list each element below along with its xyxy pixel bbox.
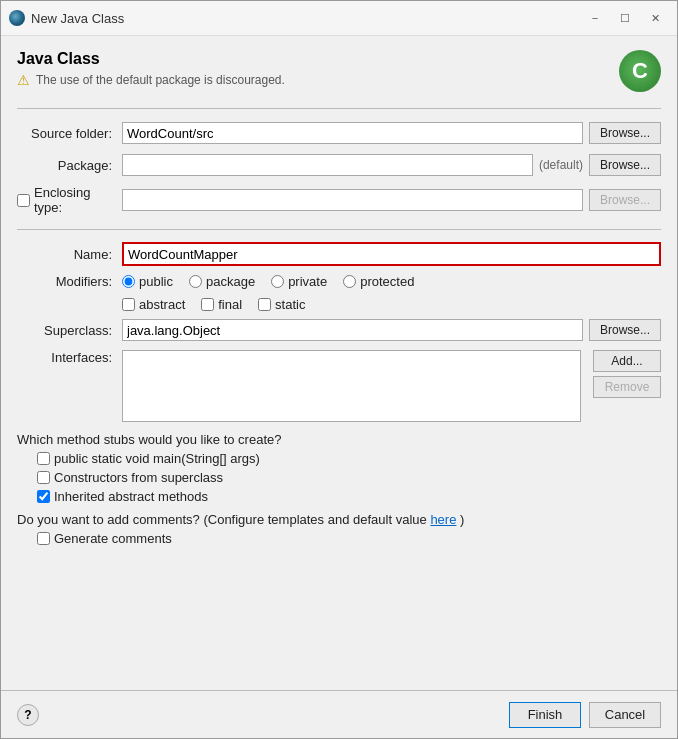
footer-left: ? (17, 704, 39, 726)
modifier-final[interactable]: final (201, 297, 242, 312)
modifier-public[interactable]: public (122, 274, 173, 289)
generate-comments-checkbox[interactable] (37, 532, 50, 545)
enclosing-type-row: Enclosing type: Browse... (17, 185, 661, 215)
maximize-button[interactable]: ☐ (611, 8, 639, 28)
name-input[interactable] (122, 242, 661, 266)
enclosing-type-field: Browse... (122, 189, 661, 211)
header-left: Java Class ⚠ The use of the default pack… (17, 50, 285, 98)
package-browse-button[interactable]: Browse... (589, 154, 661, 176)
superclass-label: Superclass: (17, 323, 122, 338)
stubs-section: Which method stubs would you like to cre… (17, 432, 661, 504)
interfaces-add-button[interactable]: Add... (593, 350, 661, 372)
stubs-items: public static void main(String[] args) C… (37, 451, 661, 504)
footer-right: Finish Cancel (509, 702, 661, 728)
stub-constructors[interactable]: Constructors from superclass (37, 470, 661, 485)
stubs-title: Which method stubs would you like to cre… (17, 432, 661, 447)
modifier-abstract[interactable]: abstract (122, 297, 185, 312)
stub-main[interactable]: public static void main(String[] args) (37, 451, 661, 466)
modifiers-check-group: abstract final static (122, 297, 414, 312)
modifiers-radio-group: public package private protected (122, 274, 414, 289)
enclosing-type-input[interactable] (122, 189, 583, 211)
interfaces-listbox[interactable] (122, 350, 581, 422)
cancel-button[interactable]: Cancel (589, 702, 661, 728)
comments-title: Do you want to add comments? (Configure … (17, 512, 661, 527)
dialog-footer: ? Finish Cancel (1, 690, 677, 738)
stub-inherited[interactable]: Inherited abstract methods (37, 489, 661, 504)
source-folder-field: Browse... (122, 122, 661, 144)
name-label: Name: (17, 247, 122, 262)
modifier-static[interactable]: static (258, 297, 305, 312)
warning-text: The use of the default package is discou… (36, 73, 285, 87)
modifiers-col: public package private protected (122, 274, 414, 312)
source-folder-input[interactable] (122, 122, 583, 144)
modifier-protected[interactable]: protected (343, 274, 414, 289)
modifier-package[interactable]: package (189, 274, 255, 289)
window-icon (9, 10, 25, 26)
source-folder-browse-button[interactable]: Browse... (589, 122, 661, 144)
comments-items: Generate comments (37, 531, 661, 546)
interfaces-buttons: Add... Remove (593, 350, 661, 398)
interfaces-label: Interfaces: (17, 350, 122, 365)
enclosing-type-label[interactable]: Enclosing type: (17, 185, 122, 215)
enclosing-type-checkbox[interactable] (17, 194, 30, 207)
window-controls: − ☐ ✕ (581, 8, 669, 28)
separator2 (17, 229, 661, 230)
warning-icon: ⚠ (17, 72, 30, 88)
interfaces-remove-button[interactable]: Remove (593, 376, 661, 398)
modifiers-row: Modifiers: public package private protec… (17, 274, 661, 312)
package-field: (default) Browse... (122, 154, 661, 176)
package-label: Package: (17, 158, 122, 173)
package-row: Package: (default) Browse... (17, 153, 661, 177)
stub-main-checkbox[interactable] (37, 452, 50, 465)
superclass-input[interactable] (122, 319, 583, 341)
comments-section: Do you want to add comments? (Configure … (17, 512, 661, 546)
modifier-private[interactable]: private (271, 274, 327, 289)
superclass-browse-button[interactable]: Browse... (589, 319, 661, 341)
minimize-button[interactable]: − (581, 8, 609, 28)
source-folder-row: Source folder: Browse... (17, 121, 661, 145)
comments-link[interactable]: here (430, 512, 456, 527)
generate-comments[interactable]: Generate comments (37, 531, 661, 546)
interfaces-area: Add... Remove (122, 350, 661, 422)
package-input[interactable] (122, 154, 533, 176)
name-row: Name: (17, 242, 661, 266)
enclosing-type-browse-button[interactable]: Browse... (589, 189, 661, 211)
name-field (122, 242, 661, 266)
source-folder-label: Source folder: (17, 126, 122, 141)
dialog-content: Java Class ⚠ The use of the default pack… (1, 36, 677, 690)
dialog-title: Java Class (17, 50, 285, 68)
dialog-header: Java Class ⚠ The use of the default pack… (17, 50, 661, 98)
separator (17, 108, 661, 109)
interfaces-row: Interfaces: Add... Remove (17, 350, 661, 422)
finish-button[interactable]: Finish (509, 702, 581, 728)
superclass-field: Browse... (122, 319, 661, 341)
title-bar: New Java Class − ☐ ✕ (1, 1, 677, 36)
stub-constructors-checkbox[interactable] (37, 471, 50, 484)
warning-row: ⚠ The use of the default package is disc… (17, 72, 285, 88)
window-title: New Java Class (31, 11, 581, 26)
package-default-text: (default) (539, 158, 583, 172)
superclass-row: Superclass: Browse... (17, 318, 661, 342)
help-button[interactable]: ? (17, 704, 39, 726)
eclipse-logo: C (619, 50, 661, 92)
modifiers-label: Modifiers: (17, 274, 122, 289)
stub-inherited-checkbox[interactable] (37, 490, 50, 503)
close-button[interactable]: ✕ (641, 8, 669, 28)
